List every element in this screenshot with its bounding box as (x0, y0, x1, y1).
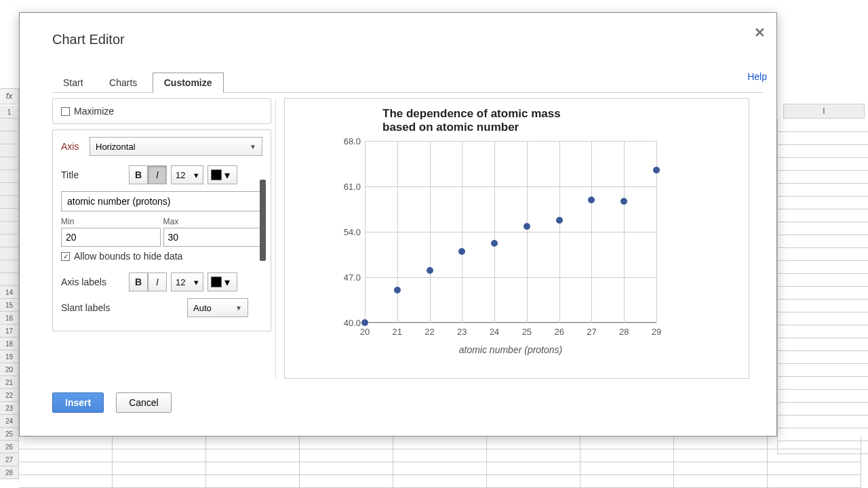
y-tick: 61.0 (334, 182, 361, 192)
row-header[interactable]: 26 (0, 441, 19, 453)
axis-label: Axis (61, 141, 90, 152)
color-swatch (211, 169, 222, 180)
row-header[interactable]: 1 (0, 106, 19, 119)
min-label: Min (61, 217, 161, 226)
min-input[interactable] (61, 228, 161, 247)
row-headers: 1141516171819202122232425262728 (0, 106, 19, 479)
row-header[interactable]: 15 (0, 299, 19, 312)
close-icon[interactable]: ✕ (752, 25, 767, 40)
dialog-title: Chart Editor (20, 13, 776, 47)
tab-charts[interactable]: Charts (98, 73, 148, 92)
help-link[interactable]: Help (747, 71, 767, 82)
color-swatch (211, 277, 222, 287)
axis-select-value: Horizontal (96, 142, 136, 152)
data-point (458, 248, 465, 255)
row-header[interactable]: 25 (0, 428, 19, 441)
chevron-down-icon: ▾ (224, 276, 230, 289)
y-tick: 54.0 (334, 227, 361, 237)
axis-group: Axis Horizontal ▼ Title B I 12 ▾ ▾ (52, 129, 271, 331)
row-header[interactable]: 22 (0, 389, 19, 402)
row-header[interactable]: 24 (0, 415, 19, 428)
x-tick: 22 (425, 327, 434, 337)
chart-preview: The dependence of atomic mass based on a… (284, 98, 749, 379)
chart-plot: atomic number (protons) 40.047.054.061.0… (365, 141, 656, 323)
data-point (653, 167, 660, 174)
row-header[interactable] (0, 260, 19, 273)
row-header[interactable] (0, 209, 19, 222)
slant-select[interactable]: Auto ▼ (187, 298, 248, 317)
customize-panel: Maximize Axis Horizontal ▼ Title B I 12 … (52, 98, 276, 379)
row-header[interactable] (0, 247, 19, 260)
row-header[interactable] (0, 131, 19, 144)
row-header[interactable]: 21 (0, 376, 19, 389)
axis-select[interactable]: Horizontal ▼ (90, 137, 262, 156)
title-label: Title (61, 169, 129, 180)
chevron-down-icon: ▾ (194, 277, 199, 287)
chart-title: The dependence of atomic mass based on a… (298, 107, 583, 138)
slant-label: Slant labels (61, 302, 187, 313)
maximize-label: Maximize (74, 106, 114, 117)
axis-labels-label: Axis labels (61, 277, 129, 287)
maximize-group: Maximize (52, 98, 271, 124)
x-tick: 28 (619, 327, 629, 337)
chevron-down-icon: ▾ (194, 170, 199, 180)
italic-button[interactable]: I (148, 165, 167, 184)
axis-bold-button[interactable]: B (129, 272, 148, 291)
axis-italic-button[interactable]: I (148, 272, 167, 291)
x-tick: 21 (393, 327, 402, 337)
max-input[interactable] (163, 228, 263, 247)
x-tick: 25 (522, 327, 532, 337)
row-header[interactable] (0, 196, 19, 209)
row-header[interactable]: 18 (0, 338, 19, 350)
row-header[interactable]: 14 (0, 286, 19, 299)
data-point (491, 240, 498, 247)
cancel-button[interactable]: Cancel (116, 392, 172, 413)
scrollbar-thumb[interactable] (260, 180, 266, 261)
row-header[interactable]: 19 (0, 350, 19, 363)
axis-fontsize-select[interactable]: 12 ▾ (171, 272, 203, 291)
row-header[interactable]: 16 (0, 312, 19, 325)
x-axis-label: atomic number (protons) (365, 344, 656, 355)
title-fontsize-select[interactable]: 12 ▾ (171, 165, 203, 184)
tabs: Start Charts Customize (52, 73, 763, 93)
axis-color-select[interactable]: ▾ (208, 272, 237, 291)
row-header[interactable] (0, 157, 19, 170)
max-label: Max (163, 217, 263, 226)
tab-customize[interactable]: Customize (153, 73, 224, 93)
slant-value: Auto (193, 303, 212, 313)
y-tick: 40.0 (334, 318, 361, 328)
title-color-select[interactable]: ▾ (208, 165, 237, 184)
y-tick: 47.0 (334, 272, 361, 283)
row-header[interactable]: 28 (0, 466, 19, 479)
data-point (524, 223, 530, 230)
data-point (361, 319, 368, 326)
insert-button[interactable]: Insert (52, 392, 104, 413)
maximize-checkbox[interactable] (61, 107, 70, 116)
data-point (394, 287, 401, 293)
row-header[interactable]: 27 (0, 453, 19, 466)
row-header[interactable]: 20 (0, 363, 19, 376)
row-header[interactable]: 17 (0, 325, 19, 338)
axis-fontsize-value: 12 (176, 277, 185, 287)
row-header[interactable] (0, 119, 19, 131)
row-header[interactable] (0, 273, 19, 286)
chevron-down-icon: ▼ (235, 304, 242, 312)
bold-button[interactable]: B (129, 165, 148, 184)
tab-start[interactable]: Start (52, 73, 94, 92)
row-header[interactable] (0, 144, 19, 157)
axis-title-input[interactable] (61, 191, 262, 211)
allow-bounds-checkbox[interactable]: ✓ (61, 252, 70, 261)
grid-bottom (19, 436, 868, 488)
allow-bounds-label: Allow bounds to hide data (74, 251, 182, 262)
row-header[interactable]: 23 (0, 402, 19, 415)
column-header-i[interactable]: I (783, 104, 865, 119)
chevron-down-icon: ▼ (250, 143, 256, 150)
row-header[interactable] (0, 170, 19, 183)
x-tick: 29 (652, 327, 661, 337)
row-header[interactable] (0, 222, 19, 235)
row-header[interactable] (0, 235, 19, 247)
y-tick: 68.0 (334, 136, 361, 146)
data-point (427, 267, 433, 274)
row-header[interactable] (0, 183, 19, 196)
x-tick: 27 (587, 327, 596, 337)
